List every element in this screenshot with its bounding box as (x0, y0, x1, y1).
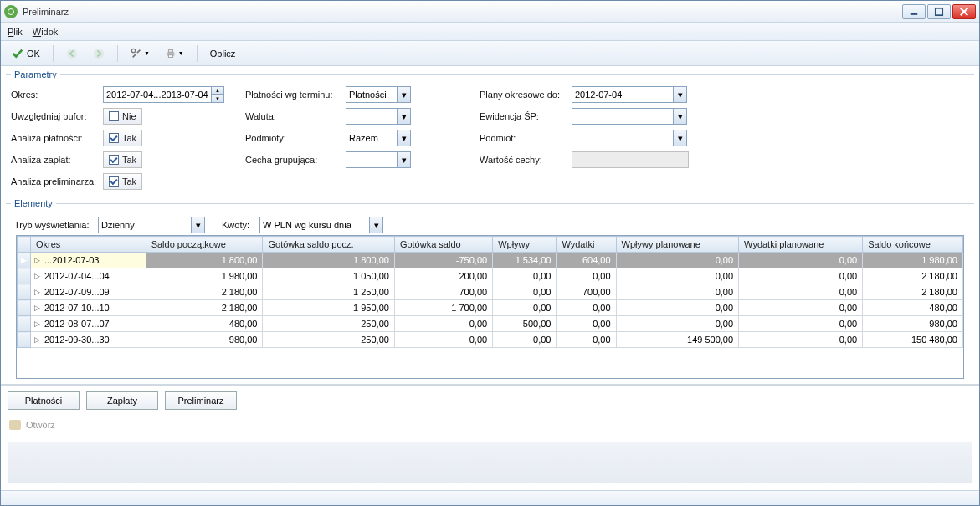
expand-icon[interactable]: ▷ (34, 304, 40, 312)
expand-icon[interactable]: ▷ (34, 256, 40, 264)
parametry-group: Parametry Okres: ▲▼ Uwzględniaj bufor: N… (6, 69, 974, 193)
chevron-down-icon: ▼ (144, 50, 150, 56)
footer-area: Płatności Zapłaty Preliminarz Otwórz (1, 384, 979, 438)
expand-icon[interactable]: ▷ (34, 272, 40, 280)
platnosci-wg-terminu-label: Płatności wg terminu: (245, 89, 346, 100)
ewidencja-sp-input[interactable] (572, 109, 673, 124)
ewidencja-sp-label: Ewidencja ŚP: (480, 111, 572, 121)
oblicz-button[interactable]: Oblicz (204, 44, 242, 63)
ewidencja-sp-combo[interactable]: ▾ (572, 108, 687, 125)
analiza-platnosci-label: Analiza płatności: (11, 133, 103, 143)
platnosci-wg-terminu-combo[interactable]: ▾ (346, 86, 411, 103)
waluta-input[interactable] (346, 109, 397, 124)
app-window: Preliminarz Plik Widok OK (0, 0, 980, 506)
close-button[interactable] (952, 4, 976, 19)
kwoty-input[interactable] (260, 217, 369, 233)
column-header[interactable]: Wydatki planowane (739, 237, 863, 253)
platnosci-wg-terminu-input[interactable] (346, 87, 397, 102)
tryb-input[interactable] (99, 217, 191, 233)
okres-input[interactable] (103, 86, 212, 103)
checkbox-icon (109, 155, 119, 165)
okres-spinner[interactable]: ▲▼ (212, 86, 224, 103)
expand-icon[interactable]: ▷ (34, 335, 40, 344)
table-row[interactable]: ▷2012-09-30...30980,00250,000,000,000,00… (18, 332, 963, 348)
podmioty-combo[interactable]: ▾ (346, 130, 411, 146)
column-header[interactable]: Gotówka saldo pocz. (263, 237, 394, 253)
preliminarz-button[interactable]: Preliminarz (165, 391, 237, 410)
table-row[interactable]: ▷2012-08-07...07480,00250,000,00500,000,… (18, 316, 963, 332)
column-header[interactable]: Wpływy (493, 237, 557, 253)
table-row[interactable]: ▶▷...2012-07-031 800,001 800,00-750,001 … (18, 253, 963, 268)
cecha-grup-input[interactable] (346, 152, 397, 167)
uwzg-bufor-toggle[interactable]: Nie (103, 108, 142, 125)
column-header[interactable]: Okres (31, 237, 146, 253)
analiza-prelim-toggle[interactable]: Tak (103, 173, 142, 190)
zaplaty-button[interactable]: Zapłaty (86, 391, 158, 410)
folder-icon (9, 420, 21, 430)
table-row[interactable]: ▷2012-07-10...102 180,001 950,00-1 700,0… (18, 300, 963, 316)
podmioty-input[interactable] (346, 130, 397, 146)
data-grid[interactable]: OkresSaldo początkoweGotówka saldo pocz.… (16, 235, 964, 379)
chevron-down-icon[interactable]: ▾ (673, 130, 686, 146)
ok-button[interactable]: OK (6, 44, 46, 63)
chevron-down-icon[interactable]: ▾ (191, 217, 204, 233)
otworz-button[interactable]: Otwórz (8, 417, 972, 433)
analiza-prelim-text: Tak (122, 176, 136, 187)
podmiot-combo[interactable]: ▾ (572, 130, 687, 146)
column-header[interactable]: Gotówka saldo (394, 237, 492, 253)
uwzg-bufor-text: Nie (122, 111, 136, 121)
menu-widok[interactable]: Widok (33, 27, 59, 37)
chevron-down-icon[interactable]: ▾ (397, 109, 410, 124)
nav-back-button[interactable] (60, 44, 84, 63)
analiza-zaplat-label: Analiza zapłat: (11, 155, 103, 165)
maximize-button[interactable] (927, 4, 951, 19)
analiza-zaplat-toggle[interactable]: Tak (103, 151, 142, 168)
column-header[interactable]: Saldo końcowe (863, 237, 963, 253)
chevron-down-icon[interactable]: ▾ (369, 217, 382, 233)
plany-okresowe-input[interactable] (572, 87, 673, 102)
print-button[interactable]: ▼ (159, 44, 190, 63)
chevron-down-icon[interactable]: ▾ (673, 87, 686, 102)
window-title: Preliminarz (23, 7, 69, 17)
parametry-legend: Parametry (11, 69, 60, 79)
table-row[interactable]: ▷2012-07-09...092 180,001 250,00700,000,… (18, 284, 963, 300)
tools-button[interactable]: ▼ (125, 44, 156, 63)
spin-up-icon[interactable]: ▲ (212, 87, 223, 95)
plany-okresowe-label: Plany okresowe do: (480, 89, 572, 100)
spin-down-icon[interactable]: ▼ (212, 95, 223, 102)
wartosc-cechy-field (572, 151, 689, 168)
chevron-down-icon[interactable]: ▾ (673, 109, 686, 124)
tryb-combo[interactable]: ▾ (98, 217, 205, 233)
analiza-platnosci-text: Tak (122, 133, 136, 143)
content-area: Parametry Okres: ▲▼ Uwzględniaj bufor: N… (1, 66, 979, 505)
column-header[interactable]: Wpływy planowane (616, 237, 739, 253)
expand-icon[interactable]: ▷ (34, 288, 40, 296)
waluta-combo[interactable]: ▾ (346, 108, 411, 125)
menu-plik[interactable]: Plik (8, 27, 23, 37)
platnosci-button[interactable]: Płatności (8, 391, 80, 410)
kwoty-combo[interactable]: ▾ (259, 217, 383, 233)
podmiot-label: Podmiot: (480, 133, 572, 143)
expand-icon[interactable]: ▷ (34, 319, 40, 328)
analiza-platnosci-toggle[interactable]: Tak (103, 130, 142, 146)
cecha-grup-label: Cecha grupująca: (245, 155, 346, 165)
table-row[interactable]: ▷2012-07-04...041 980,001 050,00200,000,… (18, 268, 963, 284)
cecha-grup-combo[interactable]: ▾ (346, 151, 411, 168)
nav-fwd-button[interactable] (87, 44, 110, 63)
elementy-legend: Elementy (11, 198, 56, 208)
analiza-zaplat-text: Tak (122, 155, 136, 165)
column-header[interactable]: Wydatki (557, 237, 616, 253)
plany-okresowe-combo[interactable]: ▾ (572, 86, 687, 103)
titlebar: Preliminarz (1, 1, 979, 23)
detail-panel (8, 442, 972, 483)
column-header[interactable]: Saldo początkowe (146, 237, 263, 253)
separator (117, 45, 118, 62)
svg-point-6 (131, 49, 135, 52)
chevron-down-icon[interactable]: ▾ (397, 152, 410, 167)
okres-label: Okres: (11, 89, 103, 100)
svg-rect-9 (168, 54, 172, 57)
chevron-down-icon[interactable]: ▾ (397, 130, 410, 146)
minimize-button[interactable] (902, 4, 926, 19)
podmiot-input[interactable] (572, 130, 673, 146)
chevron-down-icon[interactable]: ▾ (397, 87, 410, 102)
